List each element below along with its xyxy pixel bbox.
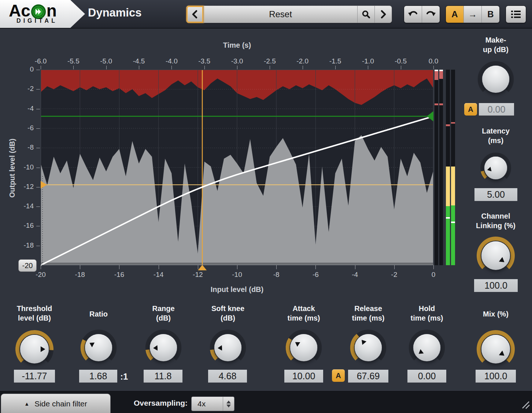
redo-button[interactable] <box>422 6 440 23</box>
axis-tick-label: -18 <box>15 241 34 249</box>
side-chain-filter-button[interactable]: ▲ Side chain filter <box>1 394 111 413</box>
ab-copy-arrow-button[interactable]: → <box>463 6 481 23</box>
knob-face[interactable] <box>481 241 510 270</box>
axis-tick-mark <box>36 206 40 207</box>
release-time-knob[interactable] <box>347 326 390 369</box>
axis-tick-label: -12 <box>187 271 209 279</box>
meter-peak-hold <box>451 122 455 124</box>
previous-preset-button[interactable] <box>186 6 204 23</box>
input-axis-title: Input level (dB) <box>200 285 274 294</box>
attack-value[interactable]: 10.00 <box>284 370 323 383</box>
axis-tick-mark <box>36 89 40 89</box>
axis-tick-mark <box>106 66 107 69</box>
axis-tick-label: -5.0 <box>95 57 117 65</box>
axis-tick-mark <box>139 66 139 69</box>
axis-tick-label: -3.5 <box>193 57 215 65</box>
axis-tick-mark <box>41 66 41 69</box>
axis-tick-mark <box>368 66 368 69</box>
ab-a-button[interactable]: A <box>446 6 463 23</box>
dynamics-transfer-plot[interactable] <box>41 70 433 271</box>
knob-face[interactable] <box>484 157 507 179</box>
threshold-knob[interactable] <box>12 326 57 372</box>
dynamics-plugin-window: Ac n DIGITAL Dynamics Reset <box>0 0 532 413</box>
range-label: Range(dB) <box>130 304 196 323</box>
menu-button[interactable] <box>506 6 526 23</box>
play-circle-icon <box>31 4 46 19</box>
axis-tick-mark <box>36 187 40 187</box>
channel-linking-knob[interactable] <box>473 233 518 278</box>
knob-face[interactable] <box>413 334 440 361</box>
axis-tick-label: -4 <box>15 105 34 113</box>
ab-compare-group: A → B <box>446 6 500 23</box>
mix-label: Mix (%) <box>463 309 529 319</box>
menu-group <box>506 6 526 23</box>
axis-tick-label: 0 <box>15 65 34 73</box>
footer-bar: ▲ Side chain filter Oversampling: 4x <box>0 391 532 413</box>
attack-time-knob[interactable] <box>282 326 325 369</box>
axis-tick-mark <box>303 66 303 69</box>
latency-label: Latency(ms) <box>463 126 529 145</box>
oversampling-select[interactable]: 4x <box>191 396 234 411</box>
mix-knob[interactable] <box>473 326 518 372</box>
knob-face[interactable] <box>481 335 510 363</box>
meter-peak-hold <box>439 103 443 105</box>
axis-tick-label: -2 <box>383 271 405 279</box>
axis-tick-mark <box>73 66 74 69</box>
latency-value[interactable]: 5.00 <box>474 188 517 201</box>
threshold-bottom-marker[interactable] <box>198 265 207 270</box>
knob-face[interactable] <box>85 334 112 361</box>
resize-grip-icon[interactable] <box>520 399 531 410</box>
undo-button[interactable] <box>404 6 422 23</box>
meter-green-zone <box>446 206 450 265</box>
makeup-gain-knob[interactable] <box>474 58 517 101</box>
axis-tick-label: -8 <box>15 143 34 151</box>
meter-green-zone <box>451 205 455 265</box>
axis-tick-label: -2.5 <box>259 57 281 65</box>
knob-face[interactable] <box>290 334 317 361</box>
axis-tick-label: -4 <box>344 271 366 279</box>
knob-face[interactable] <box>355 334 382 361</box>
hold-time-knob[interactable] <box>405 326 448 369</box>
hold-value[interactable]: 0.00 <box>407 370 446 383</box>
oversampling-label: Oversampling: <box>134 399 188 407</box>
range-value[interactable]: 11.8 <box>144 370 182 383</box>
redo-icon <box>426 10 436 19</box>
ratio-knob[interactable] <box>77 326 120 369</box>
knob-face[interactable] <box>482 66 509 93</box>
search-icon <box>362 10 370 19</box>
axis-tick-label: -16 <box>15 222 34 230</box>
soft-knee-value[interactable]: 4.68 <box>208 370 247 383</box>
axis-tick-mark <box>36 168 40 168</box>
axis-tick-mark <box>36 246 40 246</box>
threshold-value[interactable]: -11.77 <box>14 370 55 383</box>
hold-label: Holdtime (ms) <box>394 304 460 323</box>
list-menu-icon <box>511 10 521 18</box>
axis-tick-mark <box>36 128 40 129</box>
preset-name[interactable]: Reset <box>204 6 357 23</box>
channel-linking-value[interactable]: 100.0 <box>474 279 518 292</box>
release-auto-button[interactable]: A <box>332 369 345 382</box>
axis-tick-mark <box>204 66 205 69</box>
ab-b-button[interactable]: B <box>481 6 499 23</box>
axis-tick-label: -18 <box>69 271 91 279</box>
axis-tick-label: -6.0 <box>30 57 52 65</box>
range-knob[interactable] <box>142 326 185 369</box>
axis-range-badge[interactable]: -20 <box>18 259 37 272</box>
gain-reduction-meter-bar <box>439 70 443 265</box>
undo-icon <box>408 10 418 19</box>
makeup-label: Make-up (dB) <box>463 35 529 54</box>
search-preset-button[interactable] <box>358 6 374 23</box>
gain-reduction-meter-bar <box>435 70 438 265</box>
release-value[interactable]: 67.69 <box>348 370 388 383</box>
axis-tick-label: -14 <box>15 202 34 210</box>
next-preset-button[interactable] <box>375 6 392 23</box>
latency-knob[interactable] <box>477 150 514 186</box>
release-label: Releasetime (ms) <box>335 304 401 323</box>
makeup-auto-button[interactable]: A <box>464 103 477 116</box>
makeup-value[interactable]: 0.00 <box>479 103 514 116</box>
mix-value[interactable]: 100.0 <box>476 370 516 383</box>
axis-tick-mark <box>36 226 40 226</box>
ratio-value[interactable]: 1.68 <box>79 370 117 383</box>
soft-knee-knob[interactable] <box>206 326 250 369</box>
axis-tick-label: -8 <box>265 271 287 279</box>
